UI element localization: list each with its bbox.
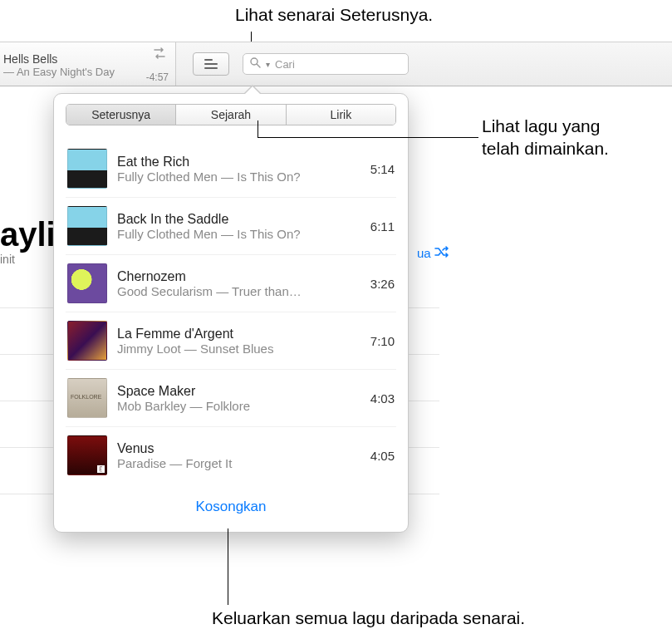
- album-art: [67, 149, 107, 189]
- up-next-button[interactable]: [193, 52, 229, 76]
- queue-duration: 4:05: [364, 449, 395, 463]
- queue-subtitle: Mob Barkley — Folklore: [117, 399, 354, 413]
- chevron-down-icon: ▾: [266, 60, 270, 69]
- svg-line-1: [257, 64, 260, 67]
- clear-row: Kosongkan: [66, 499, 396, 515]
- queue-row[interactable]: Back In the Saddle Fully Clothed Men — I…: [66, 198, 396, 255]
- tab-next[interactable]: Seterusnya: [66, 105, 176, 125]
- queue-text: Back In the Saddle Fully Clothed Men — I…: [117, 212, 354, 241]
- now-playing-lcd[interactable]: Hells Bells — An Easy Night's Day -4:57: [0, 42, 176, 86]
- queue-duration: 4:03: [364, 391, 395, 406]
- album-art: [67, 435, 107, 475]
- up-next-popover: Seterusnya Sejarah Lirik Eat the Rich Fu…: [53, 93, 409, 533]
- now-playing-title: Hells Bells: [3, 52, 167, 66]
- callout-view-next-list: Lihat senarai Seterusnya.: [235, 5, 433, 25]
- callout-line: [258, 120, 258, 137]
- shuffle-all-link[interactable]: ua: [417, 246, 449, 260]
- search-placeholder: Cari: [275, 58, 295, 71]
- shuffle-label-fragment: ua: [417, 246, 431, 260]
- queue-subtitle: Fully Clothed Men — Is This On?: [117, 227, 354, 241]
- queue-subtitle: Jimmy Loot — Sunset Blues: [117, 342, 354, 356]
- clear-button[interactable]: Kosongkan: [195, 499, 266, 515]
- queue-subtitle: Paradise — Forget It: [117, 456, 354, 470]
- tab-history[interactable]: Sejarah: [176, 105, 286, 125]
- list-icon: [204, 59, 218, 69]
- queue-subtitle: Fully Clothed Men — Is This On?: [117, 170, 354, 184]
- queue-title: Back In the Saddle: [117, 212, 354, 227]
- queue-subtitle: Good Secularism — Truer than…: [117, 284, 354, 298]
- callout-line: [228, 528, 228, 605]
- shuffle-icon: [434, 246, 449, 260]
- queue-duration: 3:26: [364, 277, 395, 291]
- queue-text: La Femme d'Argent Jimmy Loot — Sunset Bl…: [117, 327, 354, 356]
- callout-history-tab: Lihat lagu yang telah dimainkan.: [482, 115, 609, 160]
- callout-clear-list: Keluarkan semua lagu daripada senarai.: [212, 608, 525, 628]
- bg-text-fragment: init: [0, 253, 15, 266]
- queue-text: Space Maker Mob Barkley — Folklore: [117, 384, 354, 413]
- toolbar: Hells Bells — An Easy Night's Day -4:57 …: [0, 42, 672, 86]
- queue-title: Venus: [117, 441, 354, 456]
- callout-line: [258, 137, 478, 138]
- queue-row[interactable]: La Femme d'Argent Jimmy Loot — Sunset Bl…: [66, 312, 396, 370]
- queue-row[interactable]: Eat the Rich Fully Clothed Men — Is This…: [66, 140, 396, 198]
- album-art: [67, 378, 107, 418]
- queue-row[interactable]: Chernozem Good Secularism — Truer than… …: [66, 255, 396, 312]
- queue-text: Eat the Rich Fully Clothed Men — Is This…: [117, 155, 354, 184]
- now-playing-subtitle: — An Easy Night's Day: [3, 66, 167, 78]
- repeat-icon[interactable]: [152, 47, 167, 62]
- queue-row[interactable]: Venus Paradise — Forget It 4:05: [66, 427, 396, 484]
- queue-duration: 5:14: [364, 162, 395, 176]
- queue-row[interactable]: Space Maker Mob Barkley — Folklore 4:03: [66, 370, 396, 427]
- queue-title: Space Maker: [117, 384, 354, 399]
- album-art: [67, 263, 107, 303]
- search-icon: [250, 57, 261, 71]
- queue-text: Chernozem Good Secularism — Truer than…: [117, 269, 354, 298]
- tab-lyrics[interactable]: Lirik: [287, 105, 395, 125]
- now-playing-remaining: -4:57: [146, 71, 169, 83]
- album-art: [67, 321, 107, 361]
- queue-title: La Femme d'Argent: [117, 327, 354, 342]
- segmented-control: Seterusnya Sejarah Lirik: [66, 104, 396, 125]
- queue-title: Chernozem: [117, 269, 354, 284]
- search-field[interactable]: ▾ Cari: [243, 53, 409, 75]
- queue-duration: 7:10: [364, 334, 395, 348]
- album-art: [67, 206, 107, 246]
- queue-title: Eat the Rich: [117, 155, 354, 170]
- queue-text: Venus Paradise — Forget It: [117, 441, 354, 470]
- queue-list: Eat the Rich Fully Clothed Men — Is This…: [66, 140, 396, 484]
- queue-duration: 6:11: [364, 219, 395, 233]
